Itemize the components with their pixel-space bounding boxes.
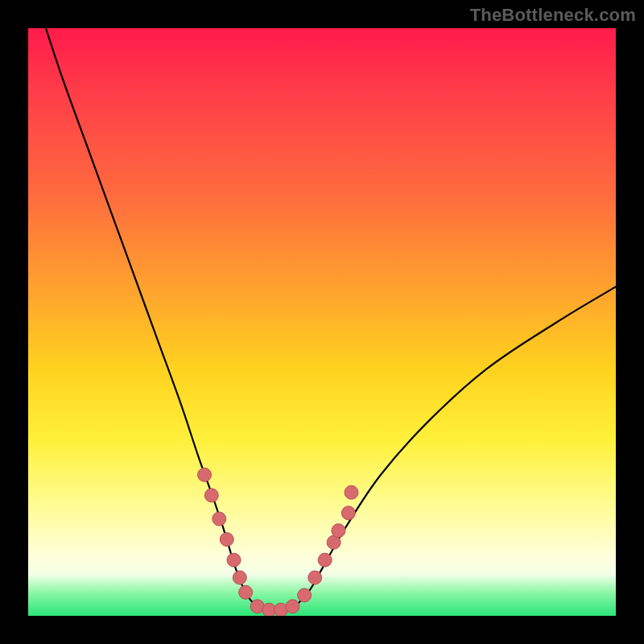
bottleneck-curve <box>46 28 616 610</box>
curve-marker <box>227 553 241 567</box>
curve-marker <box>213 512 226 526</box>
curve-marker <box>220 533 233 547</box>
plot-area <box>28 28 616 616</box>
curve-marker <box>198 468 212 481</box>
curve-marker <box>298 588 312 602</box>
curve-marker <box>318 553 332 567</box>
curve-marker <box>341 506 355 520</box>
curve-marker <box>204 489 218 502</box>
chart-stage: TheBottleneck.com <box>0 0 644 644</box>
curve-layer <box>28 28 616 616</box>
curve-marker <box>332 524 345 538</box>
curve-markers <box>198 468 359 616</box>
watermark-text: TheBottleneck.com <box>470 5 636 26</box>
curve-marker <box>239 585 253 599</box>
curve-marker <box>345 485 358 499</box>
curve-marker <box>233 571 246 584</box>
curve-marker <box>308 571 322 584</box>
curve-marker <box>286 600 299 613</box>
